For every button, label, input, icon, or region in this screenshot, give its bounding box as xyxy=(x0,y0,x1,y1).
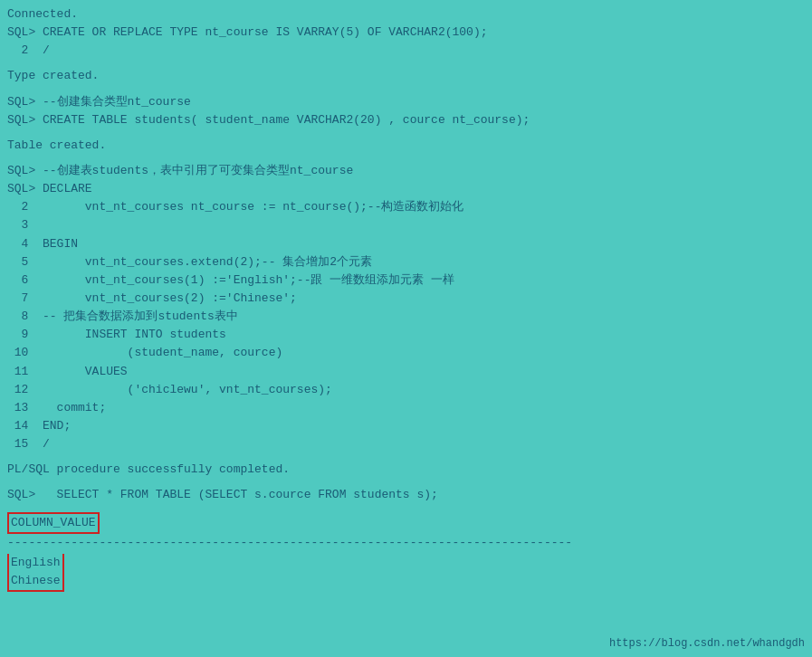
result-box: COLUMN_VALUE ---------------------------… xyxy=(7,512,572,593)
spacer-6 xyxy=(7,479,805,486)
line-2: 2 vnt_nt_courses nt_course := nt_course(… xyxy=(7,198,805,216)
line-14: 14 END; xyxy=(7,417,805,435)
line-connected: Connected. xyxy=(7,5,805,24)
line-create-table: SQL> CREATE TABLE students( student_name… xyxy=(7,111,805,129)
spacer-4 xyxy=(7,155,805,162)
line-table-created: Table created. xyxy=(7,137,805,155)
column-value-header: COLUMN_VALUE xyxy=(11,514,96,532)
line-6: 6 vnt_nt_courses(1) :='English';--跟 一维数组… xyxy=(7,271,805,290)
line-10: 10 (student_name, cource) xyxy=(7,344,805,362)
line-comment-type: SQL> --创建集合类型nt_course xyxy=(7,93,805,111)
line-4: 4 BEGIN xyxy=(7,235,805,253)
line-comment-students: SQL> --创建表students，表中引用了可变集合类型nt_course xyxy=(7,162,805,180)
spacer-3 xyxy=(7,129,805,137)
result-chinese: Chinese xyxy=(11,572,61,590)
line-12: 12 ('chiclewu', vnt_nt_courses); xyxy=(7,381,805,399)
spacer-5 xyxy=(7,453,805,461)
line-type-created: Type created. xyxy=(7,67,805,85)
line-declare: SQL> DECLARE xyxy=(7,180,805,198)
line-7: 7 vnt_nt_courses(2) :='Chinese'; xyxy=(7,290,805,308)
result-english: English xyxy=(11,554,61,572)
line-3: 3 xyxy=(7,216,805,234)
url-watermark: https://blog.csdn.net/whandgdh xyxy=(609,637,805,650)
line-plsql-complete: PL/SQL procedure successfully completed. xyxy=(7,461,805,479)
line-select: SQL> SELECT * FROM TABLE (SELECT s.courc… xyxy=(7,486,805,504)
spacer-1 xyxy=(7,60,805,67)
line-15: 15 / xyxy=(7,435,805,453)
line-9: 9 INSERT INTO students xyxy=(7,326,805,344)
line-8: 8 -- 把集合数据添加到students表中 xyxy=(7,308,805,326)
terminal-window: Connected. SQL> CREATE OR REPLACE TYPE n… xyxy=(0,0,812,657)
line-13: 13 commit; xyxy=(7,399,805,417)
line-slash-1: 2 / xyxy=(7,42,805,60)
spacer-7 xyxy=(7,505,805,512)
spacer-2 xyxy=(7,86,805,93)
line-5: 5 vnt_nt_courses.extend(2);-- 集合增加2个元素 xyxy=(7,253,805,271)
line-create-type: SQL> CREATE OR REPLACE TYPE nt_course IS… xyxy=(7,24,805,42)
line-11: 11 VALUES xyxy=(7,363,805,381)
divider-line: ----------------------------------------… xyxy=(7,534,572,552)
